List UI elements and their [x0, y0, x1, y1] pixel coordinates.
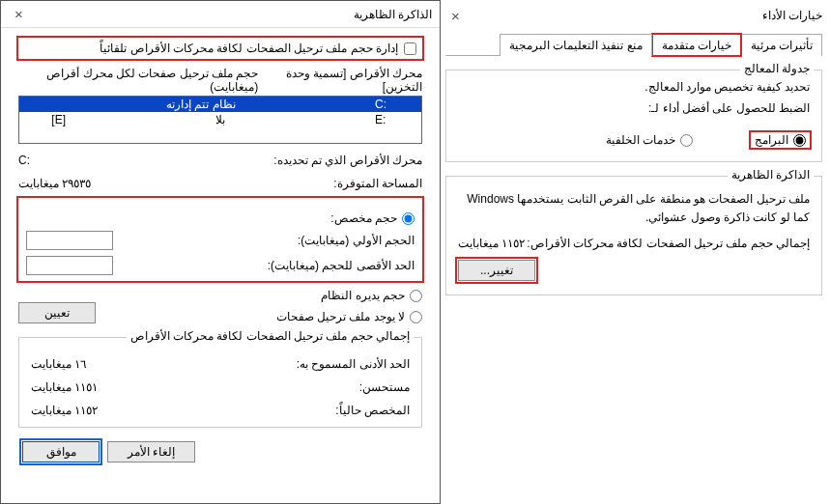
radio-nopaging-label: لا يوجد ملف ترحيل صفحات	[276, 310, 405, 323]
vm-desc: ملف ترحيل الصفحات هو منطقة على القرص الث…	[458, 190, 810, 227]
drive-row-e[interactable]: E: بلا [E]	[19, 112, 421, 127]
radio-programs[interactable]: البرامج	[751, 132, 810, 148]
set-button[interactable]: تعيين	[18, 302, 96, 323]
virtual-memory-group: الذاكرة الظاهرية ملف ترحيل الصفحات هو من…	[445, 176, 822, 295]
col-drive: محرك الأقراص [تسمية وحدة التخزين]	[258, 67, 422, 94]
tabs: تأثيرات مرئية خيارات متقدمة منع تنفيذ ال…	[445, 33, 822, 56]
vm-total-value: ١١٥٢ ميغابايت	[458, 237, 525, 250]
drive-list-header: محرك الأقراص [تسمية وحدة التخزين] حجم مل…	[18, 67, 422, 94]
custom-size-group: حجم مخصص: الحجم الأولي (ميغابايت): الحد …	[18, 198, 422, 281]
sched-legend: جدولة المعالج	[740, 62, 814, 75]
initial-size-input[interactable]	[26, 231, 113, 250]
auto-manage-checkbox[interactable]	[404, 42, 416, 55]
change-button[interactable]: تغيير...	[458, 260, 535, 281]
tab-advanced[interactable]: خيارات متقدمة	[652, 34, 741, 56]
radio-services-label: خدمات الخلفية	[606, 133, 675, 147]
auto-manage-checkbox-row[interactable]: إدارة حجم ملف ترحيل الصفحات لكافة محركات…	[18, 38, 422, 59]
recommended-label: مستحسن:	[359, 380, 410, 394]
vm-total-label: إجمالي حجم ملف ترحيل الصفحات لكافة محركا…	[527, 237, 810, 250]
min-allowed-value: ١٦ ميغابايت	[31, 357, 86, 371]
initial-size-label: الحجم الأولي (ميغابايت):	[125, 234, 415, 247]
radio-custom-input[interactable]	[402, 212, 415, 225]
totals-legend: إجمالي حجم ملف ترحيل الصفحات لكافة محركا…	[127, 329, 414, 343]
radio-custom-label: حجم مخصص:	[330, 211, 397, 225]
sched-desc: تحديد كيفية تخصيص موارد المعالج.	[458, 80, 810, 94]
vm-close-icon[interactable]: ×	[9, 6, 29, 22]
sched-adjust-label: الضبط للحصول على أفضل أداء لـ:	[458, 101, 810, 115]
radio-programs-label: البرامج	[755, 133, 788, 147]
virtual-memory-dialog: الذاكرة الظاهرية × إدارة حجم ملف ترحيل ا…	[0, 0, 441, 504]
radio-services-input[interactable]	[680, 134, 693, 147]
ok-button[interactable]: موافق	[22, 441, 100, 462]
available-space-label: المساحة المتوفرة:	[333, 177, 422, 190]
drive-label: [E]	[27, 113, 66, 126]
selected-drive-label: محرك الأقراص الذي تم تحديده:	[273, 154, 422, 167]
drive-letter: C:	[375, 98, 414, 111]
processor-scheduling-group: جدولة المعالج تحديد كيفية تخصيص موارد ال…	[445, 70, 822, 162]
col-size: حجم ملف ترحيل صفحات لكل محرك أقراص (ميغا…	[18, 67, 258, 94]
vm-legend: الذاكرة الظاهرية	[728, 168, 814, 182]
min-allowed-label: الحد الأدنى المسموح به:	[297, 357, 410, 371]
radio-system-input[interactable]	[410, 290, 422, 302]
drive-value: بلا	[66, 113, 375, 126]
tab-dep[interactable]: منع تنفيذ التعليمات البرمجية	[500, 34, 652, 56]
radio-programs-input[interactable]	[793, 134, 806, 147]
drive-list[interactable]: C: نظام تتم إدارته E: بلا [E]	[18, 96, 422, 144]
vm-titlebar: الذاكرة الظاهرية ×	[1, 1, 440, 28]
tab-visual-effects[interactable]: تأثيرات مرئية	[741, 34, 822, 56]
current-value: ١١٥٢ ميغابايت	[31, 404, 98, 417]
close-icon[interactable]: ×	[445, 8, 466, 24]
radio-system-managed[interactable]: حجم يديره النظام	[18, 289, 422, 302]
radio-system-label: حجم يديره النظام	[321, 289, 405, 302]
cancel-button[interactable]: إلغاء الأمر	[107, 441, 195, 462]
max-size-label: الحد الأقصى للحجم (ميغابايت):	[125, 259, 415, 272]
drive-value: نظام تتم إدارته	[27, 98, 375, 111]
current-label: المخصص حالياً:	[335, 404, 410, 417]
radio-custom-size[interactable]: حجم مخصص:	[26, 211, 415, 225]
recommended-value: ١١٥١ ميغابايت	[31, 380, 98, 394]
perf-title: خيارات الأداء	[762, 9, 822, 22]
performance-options-panel: خيارات الأداء × تأثيرات مرئية خيارات متق…	[442, 0, 830, 504]
auto-manage-label: إدارة حجم ملف ترحيل الصفحات لكافة محركات…	[100, 42, 398, 55]
totals-group: إجمالي حجم ملف ترحيل الصفحات لكافة محركا…	[18, 337, 422, 428]
drive-letter: E:	[375, 113, 414, 126]
drive-row-c[interactable]: C: نظام تتم إدارته	[19, 97, 421, 112]
radio-no-paging[interactable]: لا يوجد ملف ترحيل صفحات	[96, 310, 422, 323]
perf-titlebar: خيارات الأداء ×	[445, 4, 822, 27]
radio-background-services[interactable]: خدمات الخلفية	[606, 132, 693, 148]
max-size-input[interactable]	[26, 256, 113, 275]
vm-dialog-title: الذاكرة الظاهرية	[354, 8, 432, 21]
radio-nopaging-input[interactable]	[410, 311, 422, 323]
selected-drive-value: C:	[18, 154, 30, 167]
dialog-buttons: موافق إلغاء الأمر	[18, 441, 422, 462]
available-space-value: ٢٩٥٣٥ ميغابايت	[18, 177, 91, 190]
